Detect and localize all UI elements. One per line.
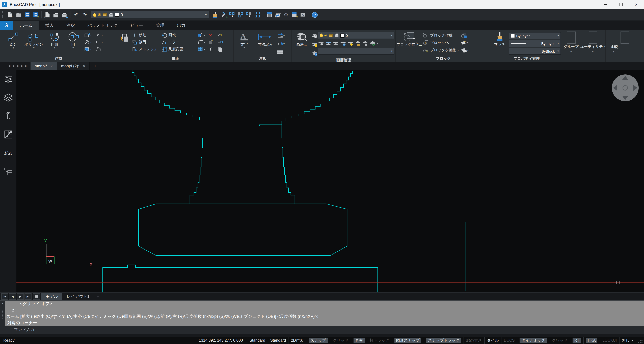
status-toggle-dynamic[interactable]: ダイナミック xyxy=(517,337,549,344)
save-button[interactable] xyxy=(23,10,31,19)
resize-grip-icon[interactable] xyxy=(638,338,643,343)
status-coordinates[interactable]: 1314.392, 143.277, 0.000 xyxy=(195,338,247,342)
attribute-edit-button[interactable]: ✎▾ xyxy=(461,40,468,45)
attachments-panel-icon[interactable] xyxy=(2,110,14,122)
minimize-button[interactable] xyxy=(598,0,613,9)
structure-panel-icon[interactable] xyxy=(2,165,14,177)
revision-cloud-button[interactable] xyxy=(95,46,107,52)
status-toggle-tile[interactable]: タイル xyxy=(484,337,501,344)
block-save-button[interactable] xyxy=(461,32,468,38)
tab-insert[interactable]: 挿入 xyxy=(39,21,60,30)
status-toggle-rt[interactable]: RT xyxy=(570,337,583,344)
point-button[interactable]: ▾ xyxy=(95,32,107,38)
command-history[interactable]: <グリッド オフ> z ズーム [拡大 (I)/縮小 (O)/すべて (A)/中… xyxy=(5,301,644,326)
annotation-scale-button[interactable]: ⇱ xyxy=(298,10,307,19)
entity-gatepost-top-left-curve[interactable] xyxy=(132,70,203,126)
fillet-button[interactable]: ▾ xyxy=(198,39,208,45)
mirror-button[interactable]: ミラー xyxy=(161,38,196,46)
stretch-button[interactable]: ストレッチ xyxy=(132,46,161,53)
select-all-button[interactable] xyxy=(253,10,261,19)
boundary-button[interactable]: ▾ xyxy=(95,39,107,45)
copy-button[interactable]: 複写 xyxy=(132,38,161,46)
tab-home[interactable]: ホーム xyxy=(14,21,39,30)
ribbon-group-compare[interactable]: 比較 ▾ xyxy=(606,30,644,62)
save-as-button[interactable]: ✎ xyxy=(31,10,40,19)
command-input[interactable]: : コマンド入力 xyxy=(5,326,644,334)
first-layout-button[interactable]: |◀ xyxy=(1,293,8,300)
model-tab[interactable]: モデル xyxy=(41,293,62,301)
ribbon-grip[interactable] xyxy=(2,34,3,52)
close-tab-icon[interactable]: × xyxy=(50,64,53,68)
entity-gatepost-base[interactable] xyxy=(103,265,378,292)
last-layout-button[interactable]: ▶| xyxy=(24,293,32,300)
redo-button[interactable]: ↷ xyxy=(80,10,89,19)
block-insert-button[interactable]: ブロック挿入... xyxy=(397,31,422,47)
layer-quick-dropdown[interactable]: ☀ 0 ▾ xyxy=(91,11,209,19)
line-button[interactable]: 線分▾ xyxy=(4,31,23,49)
layer-thaw-button[interactable] xyxy=(348,40,353,46)
entity-gatepost-neck-left[interactable] xyxy=(190,126,203,204)
layer-freeze-button[interactable] xyxy=(340,40,346,46)
add-layout-button[interactable]: + xyxy=(94,293,102,300)
cleanup-button[interactable] xyxy=(273,10,282,19)
ellipse-button[interactable]: ▾ xyxy=(84,39,95,45)
layers-list-button[interactable] xyxy=(311,51,317,56)
toolbar-grip[interactable] xyxy=(2,11,4,18)
sheet-sets-panel-icon[interactable] xyxy=(2,128,14,140)
tab-manage[interactable]: 管理 xyxy=(150,21,171,30)
application-menu-button[interactable]: λ xyxy=(0,21,14,30)
status-toggle-lockui[interactable]: LOCKUI xyxy=(600,337,619,344)
layer-states-button[interactable] xyxy=(370,40,375,46)
tab-annotate[interactable]: 注釈 xyxy=(60,21,81,30)
entity-gatepost-neck-right[interactable] xyxy=(282,125,295,204)
select-add-button[interactable]: ▲ xyxy=(228,10,236,19)
status-text-style[interactable]: Standard xyxy=(247,337,268,344)
status-toggle-hka[interactable]: HKA xyxy=(584,337,600,344)
previous-layout-button[interactable]: ◀ xyxy=(9,293,16,300)
scale-button[interactable]: 尺度変更 xyxy=(161,46,196,53)
status-toggle-polar[interactable]: 極トラック xyxy=(367,337,392,344)
open-file-button[interactable] xyxy=(14,10,23,19)
copy-quick-button[interactable] xyxy=(118,31,130,43)
close-button[interactable]: × xyxy=(628,0,644,9)
status-toggle-grid[interactable]: グリッド xyxy=(330,337,351,344)
move-button[interactable]: ✛移動 xyxy=(132,31,161,38)
publish-button[interactable]: ➜ xyxy=(60,10,68,19)
drawing-explorer-button[interactable]: ✎ xyxy=(290,10,298,19)
undo-button[interactable]: ↶ xyxy=(72,10,80,19)
parameters-panel-icon[interactable]: f(x) xyxy=(2,147,14,159)
entity-gatepost-slab[interactable] xyxy=(138,204,347,256)
ribbon-group-group[interactable]: グループ ▾ xyxy=(562,30,580,62)
layer-unlock-button[interactable] xyxy=(362,40,368,46)
help-button[interactable]: ? xyxy=(310,10,319,19)
layers-panel-button[interactable]: 画層... xyxy=(293,31,310,47)
properties-panel-button[interactable] xyxy=(265,10,273,19)
layers-search-button[interactable] xyxy=(311,33,317,38)
close-command-panel-icon[interactable]: × xyxy=(1,302,3,305)
layer-lock-button[interactable] xyxy=(355,40,360,46)
layers-isolate-button[interactable] xyxy=(311,42,317,47)
select-previous-button[interactable]: ▲ xyxy=(244,10,253,19)
new-file-button[interactable]: ⌁ xyxy=(6,10,14,19)
view-navigation-wheel[interactable] xyxy=(612,74,639,103)
status-toggle-quad[interactable]: クワッド xyxy=(549,337,570,344)
lineweight-dropdown[interactable]: ByBlock ▾ xyxy=(509,48,561,55)
match-properties-button[interactable] xyxy=(211,10,219,19)
maximize-button[interactable] xyxy=(613,0,628,9)
status-workspace[interactable]: 2D作図 xyxy=(288,337,306,344)
layer-state-dropdown[interactable]: ▾ xyxy=(318,48,394,55)
drawing-canvas[interactable]: Y W X xyxy=(16,70,644,292)
linetype-dropdown[interactable]: ByLayer ▾ xyxy=(509,40,561,47)
ribbon-group-utility[interactable]: ユーティリティ ▾ xyxy=(580,30,606,62)
arc-button[interactable]: 円弧▾ xyxy=(45,31,64,49)
print-preview-button[interactable]: ◌ xyxy=(43,10,52,19)
block-edit-button[interactable]: ✎ブロックを編集▾ xyxy=(423,46,459,53)
rectangle-button[interactable]: ▾ xyxy=(84,32,95,38)
delete-button[interactable]: × xyxy=(208,32,217,38)
status-toggle-snap[interactable]: スナップ xyxy=(306,337,330,344)
status-toggle-lineweight[interactable]: 線の太さ xyxy=(464,337,484,344)
break-button[interactable]: ▾ xyxy=(217,39,227,45)
properties-panel-icon[interactable] xyxy=(2,73,14,85)
color-dropdown[interactable]: ByLayer ▾ xyxy=(509,32,561,39)
circle-button[interactable]: 円▾ xyxy=(64,31,82,49)
